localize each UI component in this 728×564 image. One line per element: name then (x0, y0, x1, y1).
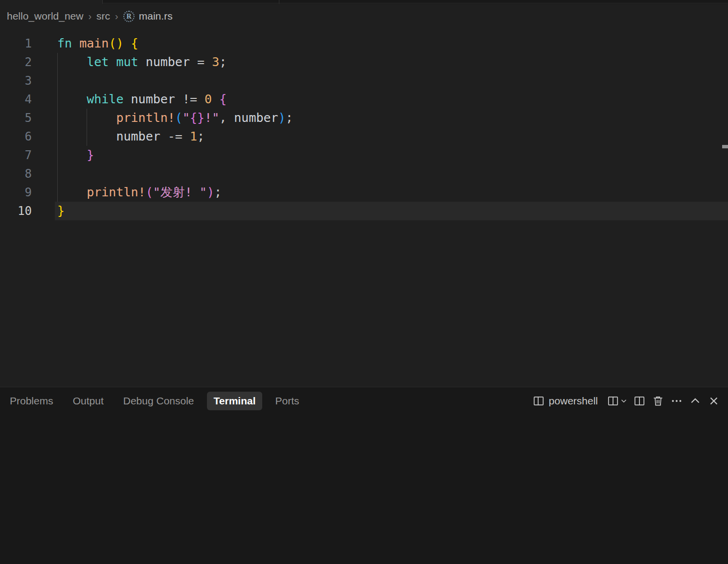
breadcrumb: hello_world_new › src › R main.rs (0, 4, 728, 28)
text-segment: ( (175, 111, 182, 125)
editor-tab-bar[interactable] (0, 0, 728, 4)
text-segment: 0 (205, 92, 212, 106)
rust-logo-icon: R (123, 11, 135, 22)
trash-icon (652, 395, 664, 407)
code-text (32, 164, 57, 183)
text-segment (57, 148, 87, 162)
text-segment (160, 129, 168, 143)
code-line[interactable]: 6 number -= 1; (0, 127, 728, 146)
text-segment (212, 92, 219, 106)
code-line[interactable]: 2 let mut number = 3; (0, 53, 728, 71)
text-segment: " (182, 111, 190, 125)
line-number[interactable]: 2 (0, 53, 32, 71)
breadcrumb-item-file[interactable]: main.rs (139, 10, 173, 22)
text-segment: ; (219, 55, 227, 69)
code-text: number -= 1; (32, 127, 205, 146)
text-segment: 3 (212, 55, 219, 69)
text-segment: = (197, 55, 205, 69)
panel-tab-ports[interactable]: Ports (275, 392, 299, 410)
line-number[interactable]: 6 (0, 127, 32, 146)
bottom-panel: ProblemsOutputDebug ConsoleTerminalPorts… (0, 387, 728, 564)
close-panel-button[interactable] (706, 393, 721, 409)
text-segment (57, 111, 116, 125)
text-segment (182, 129, 190, 143)
text-segment (175, 92, 182, 106)
panel-header: ProblemsOutputDebug ConsoleTerminalPorts… (0, 387, 728, 415)
text-segment (138, 55, 146, 69)
text-segment: fn (57, 36, 72, 50)
text-segment: != (182, 92, 197, 106)
panel-tab-debug-console[interactable]: Debug Console (123, 392, 194, 410)
active-editor-tab[interactable] (0, 0, 102, 4)
text-segment (124, 36, 131, 50)
text-segment: !" (205, 111, 219, 125)
text-segment: ) (278, 111, 286, 125)
code-line[interactable]: 10} (0, 202, 728, 220)
line-number[interactable]: 9 (0, 183, 32, 202)
text-segment: number (116, 129, 160, 143)
breadcrumb-item-src[interactable]: src (96, 10, 110, 22)
text-segment (190, 55, 197, 69)
text-segment: () (109, 36, 123, 50)
chevron-down-icon (619, 397, 628, 405)
text-segment: let (87, 55, 109, 69)
terminal-profile-icon (532, 395, 545, 407)
chevron-up-icon (689, 395, 702, 407)
text-segment (57, 92, 87, 106)
text-segment: number (146, 55, 190, 69)
line-number[interactable]: 1 (0, 34, 32, 53)
overview-ruler-decoration[interactable] (722, 145, 728, 148)
panel-tab-problems[interactable]: Problems (10, 392, 53, 410)
maximize-panel-button[interactable] (688, 393, 703, 409)
code-text (32, 71, 57, 90)
text-segment (57, 185, 87, 199)
code-line[interactable]: 7 } (0, 146, 728, 164)
kill-terminal-button[interactable] (651, 393, 665, 409)
split-terminal-button[interactable] (632, 393, 647, 409)
code-line[interactable]: 9 println!("发射! "); (0, 183, 728, 202)
code-text: } (32, 202, 65, 220)
text-segment (57, 55, 87, 69)
panel-tab-output[interactable]: Output (73, 392, 104, 410)
terminal-tab-powershell[interactable]: powershell (532, 395, 598, 407)
panel-tabs: ProblemsOutputDebug ConsoleTerminalPorts (0, 392, 299, 410)
text-segment (227, 111, 234, 125)
text-segment: mut (116, 55, 138, 69)
text-segment: } (87, 148, 94, 162)
text-segment: number (234, 111, 278, 125)
code-line[interactable]: 4 while number != 0 { (0, 90, 728, 109)
code-editor[interactable]: 1fn main() {2 let mut number = 3;34 whil… (0, 28, 728, 387)
code-line[interactable]: 5 println!("{}!", number); (0, 109, 728, 127)
breadcrumb-item-folder[interactable]: hello_world_new (7, 10, 83, 22)
code-text: while number != 0 { (32, 90, 227, 109)
code-text: let mut number = 3; (32, 53, 227, 71)
chevron-right-icon: › (88, 11, 91, 22)
panel-tab-terminal[interactable]: Terminal (207, 392, 263, 410)
text-segment: {} (190, 111, 205, 125)
line-number[interactable]: 7 (0, 146, 32, 164)
line-number[interactable]: 5 (0, 109, 32, 127)
close-icon (707, 395, 720, 407)
text-segment: { (219, 92, 227, 106)
panel-actions: powershell (532, 387, 721, 415)
text-segment (109, 55, 116, 69)
code-line[interactable]: 8 (0, 164, 728, 183)
text-segment (123, 92, 131, 106)
text-segment (205, 55, 212, 69)
line-number[interactable]: 4 (0, 90, 32, 109)
text-segment: { (131, 36, 138, 50)
line-number[interactable]: 8 (0, 164, 32, 183)
text-segment: ; (286, 111, 293, 125)
code-line[interactable]: 3 (0, 71, 728, 90)
more-actions-button[interactable] (669, 393, 684, 409)
text-segment: ) (207, 185, 214, 199)
new-terminal-dropdown-button[interactable] (607, 393, 628, 409)
line-number[interactable]: 10 (0, 202, 32, 220)
tab-bar-border (102, 3, 728, 3)
code-line[interactable]: 1fn main() { (0, 34, 728, 53)
line-number[interactable]: 3 (0, 71, 32, 90)
text-segment: println! (87, 185, 145, 199)
text-segment: println! (116, 111, 175, 125)
text-segment (57, 129, 116, 143)
text-segment (72, 36, 79, 50)
